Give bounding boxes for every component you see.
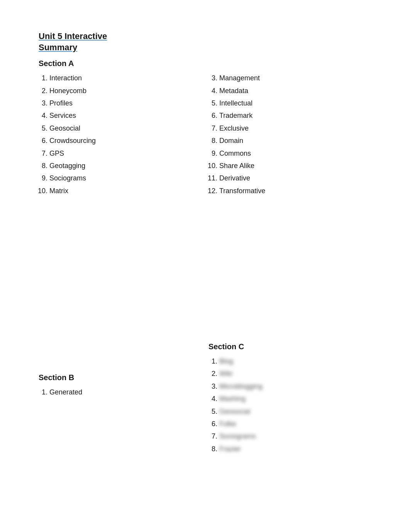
list-item: Intellectual <box>219 97 371 109</box>
list-item: Sociograms <box>219 430 371 442</box>
list-item: Services <box>49 109 185 122</box>
list-item: Trademark <box>219 109 371 122</box>
list-item: Geotagging <box>49 160 185 172</box>
list-item: Management <box>219 72 371 84</box>
list-item: Honeycomb <box>49 85 185 97</box>
title-line1: Unit 5 Interactive <box>39 31 107 41</box>
list-item: Microblogging <box>219 380 371 393</box>
list-item: Blog <box>219 355 371 367</box>
list-item: Commons <box>219 147 371 160</box>
section-b-area: Section B Generated <box>39 342 201 405</box>
section-c-area: Section C Blog Wiki Microblogging Mashin… <box>201 342 371 461</box>
title-line2: Summary <box>39 42 77 52</box>
section-c-heading: Section C <box>208 342 371 351</box>
list-item: Crowdsourcing <box>49 134 185 147</box>
list-item: Metadata <box>219 85 371 97</box>
section-a-right-list: Management Metadata Intellectual Tradema… <box>208 72 371 197</box>
page-title: Unit 5 Interactive Summary <box>39 31 371 53</box>
list-item: Geosocial <box>219 405 371 418</box>
section-a-heading: Section A <box>39 59 371 68</box>
section-a-right: Management Metadata Intellectual Tradema… <box>201 72 371 203</box>
list-item: Profiles <box>49 97 185 109</box>
section-a-left-list: Interaction Honeycomb Profiles Services … <box>39 72 185 197</box>
list-item: Domain <box>219 134 371 147</box>
section-b-heading: Section B <box>39 373 185 382</box>
list-item: Mashing <box>219 393 371 405</box>
list-item: Wiki <box>219 367 371 380</box>
list-item: Derivative <box>219 172 371 184</box>
page-container: Unit 5 Interactive Summary Section A Int… <box>39 31 371 461</box>
section-c-list: Blog Wiki Microblogging Mashing Geosocia… <box>208 355 371 455</box>
list-item: GPS <box>49 147 185 160</box>
list-item: Transformative <box>219 185 371 197</box>
section-b-list: Generated <box>39 386 185 398</box>
list-item: Exclusive <box>219 122 371 134</box>
section-a-left: Interaction Honeycomb Profiles Services … <box>39 72 201 203</box>
list-item: Frazier <box>219 443 371 455</box>
section-a-content: Interaction Honeycomb Profiles Services … <box>39 72 371 203</box>
list-item: Matrix <box>49 185 185 197</box>
list-item: Generated <box>49 386 185 398</box>
list-item: Interaction <box>49 72 185 84</box>
list-item: Share Alike <box>219 160 371 172</box>
list-item: Sociograms <box>49 172 185 184</box>
list-item: Folke <box>219 418 371 430</box>
bottom-section: Section B Generated Section C Blog Wiki … <box>39 342 371 461</box>
list-item: Geosocial <box>49 122 185 134</box>
